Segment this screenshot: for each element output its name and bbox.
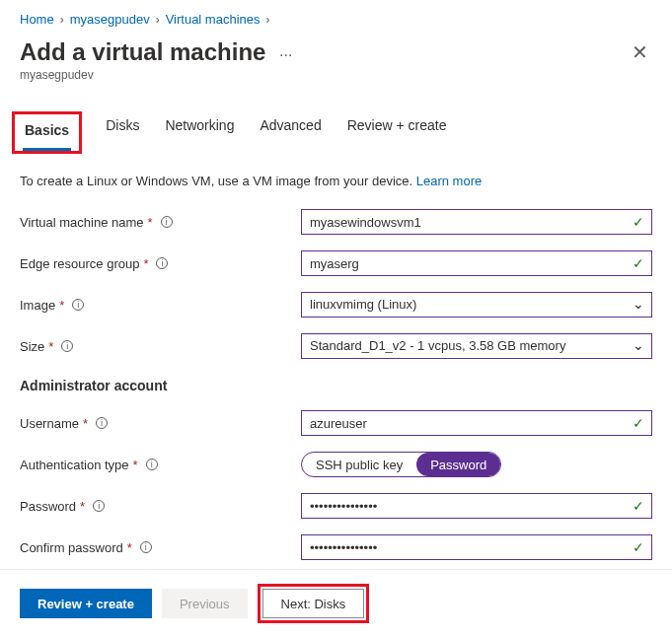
auth-type-toggle: SSH public key Password xyxy=(301,452,501,477)
tab-disks[interactable]: Disks xyxy=(104,111,141,154)
breadcrumb-home[interactable]: Home xyxy=(20,12,54,27)
vm-name-label: Virtual machine name xyxy=(20,215,144,230)
size-label: Size xyxy=(20,339,44,354)
required-icon: * xyxy=(143,256,148,271)
info-icon[interactable]: i xyxy=(61,340,73,352)
breadcrumb-section[interactable]: Virtual machines xyxy=(166,12,261,27)
auth-password-option[interactable]: Password xyxy=(416,453,500,476)
info-icon[interactable]: i xyxy=(146,459,158,470)
tab-description: To create a Linux or Windows VM, use a V… xyxy=(20,174,652,188)
info-icon[interactable]: i xyxy=(161,216,173,228)
info-icon[interactable]: i xyxy=(96,417,108,429)
required-icon: * xyxy=(127,540,132,555)
required-icon: * xyxy=(80,499,85,514)
required-icon: * xyxy=(59,298,64,313)
tab-basics[interactable]: Basics xyxy=(23,116,71,151)
breadcrumb: Home › myasegpudev › Virtual machines › xyxy=(20,12,652,27)
password-input[interactable] xyxy=(301,493,652,519)
info-icon[interactable]: i xyxy=(72,299,84,311)
chevron-right-icon: › xyxy=(156,13,160,27)
password-label: Password xyxy=(20,499,76,514)
required-icon: * xyxy=(48,339,53,354)
size-select[interactable]: Standard_D1_v2 - 1 vcpus, 3.58 GB memory xyxy=(301,333,652,359)
next-disks-button[interactable]: Next: Disks xyxy=(262,589,365,618)
required-icon: * xyxy=(148,215,153,230)
erg-label: Edge resource group xyxy=(20,256,139,271)
breadcrumb-resource[interactable]: myasegpudev xyxy=(70,12,150,27)
auth-ssh-option[interactable]: SSH public key xyxy=(302,453,416,476)
tab-bar: Basics Disks Networking Advanced Review … xyxy=(20,111,652,154)
required-icon: * xyxy=(133,458,138,472)
page-title: Add a virtual machine xyxy=(20,38,265,66)
learn-more-link[interactable]: Learn more xyxy=(416,174,482,188)
highlight-basics: Basics xyxy=(12,111,82,154)
erg-input[interactable] xyxy=(301,250,652,276)
review-create-button[interactable]: Review + create xyxy=(20,589,152,618)
highlight-next: Next: Disks xyxy=(258,584,370,623)
info-icon[interactable]: i xyxy=(140,541,152,553)
required-icon: * xyxy=(83,416,88,431)
info-icon[interactable]: i xyxy=(156,257,168,269)
image-label: Image xyxy=(20,298,55,313)
vm-name-input[interactable] xyxy=(301,209,652,235)
footer-bar: Review + create Previous Next: Disks xyxy=(0,569,672,637)
previous-button[interactable]: Previous xyxy=(162,589,248,618)
username-input[interactable] xyxy=(301,410,652,436)
chevron-right-icon: › xyxy=(60,13,64,27)
confirm-password-label: Confirm password xyxy=(20,540,123,555)
username-label: Username xyxy=(20,416,79,431)
page-subtitle: myasegpudev xyxy=(20,68,652,82)
tab-advanced[interactable]: Advanced xyxy=(258,111,323,154)
auth-type-label: Authentication type xyxy=(20,458,129,472)
admin-section-header: Administrator account xyxy=(20,378,652,393)
tab-review[interactable]: Review + create xyxy=(345,111,449,154)
more-icon[interactable]: ··· xyxy=(279,46,292,63)
info-icon[interactable]: i xyxy=(93,500,105,512)
confirm-password-input[interactable] xyxy=(301,534,652,560)
tab-networking[interactable]: Networking xyxy=(163,111,236,154)
image-select[interactable]: linuxvmimg (Linux) xyxy=(301,292,652,318)
close-icon[interactable]: ✕ xyxy=(628,36,652,68)
chevron-right-icon: › xyxy=(266,13,270,27)
